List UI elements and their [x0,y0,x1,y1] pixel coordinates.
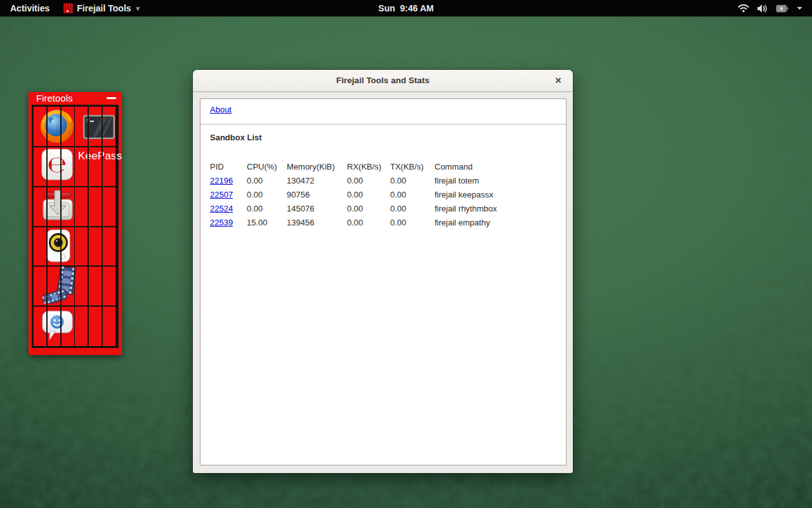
chevron-down-icon [796,6,803,11]
table-cell: 0.00 [347,201,390,215]
firefox-icon [39,109,75,144]
sandbox-row: 225070.00907560.000.00firejail keepassx [210,187,565,201]
volume-icon [757,4,768,13]
table-cell: firejail totem [435,173,565,187]
totem-icon [43,267,79,304]
pid-link[interactable]: 22539 [210,218,233,227]
firetools-title: Firetools [36,93,73,104]
rhythmbox-launcher[interactable] [44,228,73,266]
about-link[interactable]: About [210,105,232,114]
column-header: Memory(KiB) [287,159,347,173]
launcher-grid: > ℮ [32,105,119,348]
column-header: TX(KB/s) [390,159,435,173]
section-title: Sandbox List [210,133,262,142]
firetools-panel: Firetools [29,92,122,355]
table-cell: 0.00 [390,201,435,215]
table-cell: firejail rhythmbox [435,201,565,215]
close-button[interactable]: × [550,70,566,91]
pid-link[interactable]: 22524 [210,204,233,213]
column-header: RX(KB/s) [347,159,390,173]
table-cell: 139456 [287,215,347,229]
system-status-area[interactable] [738,0,803,17]
pid-cell: 22507 [210,187,247,201]
column-header: Command [435,159,565,173]
table-cell: firejail empathy [435,215,565,229]
table-cell: 0.00 [390,187,435,201]
keepassx-launcher[interactable]: ℮ [41,149,73,183]
sandbox-row: 225240.001450760.000.00firejail rhythmbo… [210,201,565,215]
firefox-launcher[interactable] [39,109,75,147]
empathy-launcher[interactable] [41,310,74,344]
transmission-launcher[interactable] [41,189,75,225]
top-bar: Activities Firejail Tools ▾ Sun 9:46 AM [0,0,812,17]
table-cell: 0.00 [390,215,435,229]
totem-launcher[interactable] [43,267,79,306]
pid-link[interactable]: 22507 [210,190,233,199]
table-cell: 0.00 [247,187,287,201]
rhythmbox-icon [44,228,73,264]
table-cell: 0.00 [347,187,390,201]
table-header-row: PIDCPU(%)Memory(KiB)RX(KB/s)TX(KB/s)Comm… [210,159,565,173]
terminal-icon: > [82,114,115,140]
column-header: PID [210,159,247,173]
sandbox-table: PIDCPU(%)Memory(KiB)RX(KB/s)TX(KB/s)Comm… [210,159,565,229]
table-cell: 145076 [287,201,347,215]
window-title: Firejail Tools and Stats [193,70,573,91]
pid-cell: 22196 [210,173,247,187]
svg-text:℮: ℮ [48,151,67,177]
table-cell: firejail keepassx [435,187,565,201]
window-titlebar[interactable]: Firejail Tools and Stats × [193,70,573,92]
terminal-launcher[interactable]: > [82,114,115,142]
keepassx-icon: ℮ [41,149,73,180]
battery-charging-icon [776,4,789,13]
separator [200,124,566,124]
transmission-icon [41,189,75,222]
pid-cell: 22524 [210,201,247,215]
column-header: CPU(%) [247,159,287,173]
sandbox-row: 2253915.001394560.000.00firejail empathy [210,215,565,229]
table-cell: 0.00 [347,173,390,187]
table-cell: 0.00 [347,215,390,229]
pid-cell: 22539 [210,215,247,229]
sandbox-row: 221960.001304720.000.00firejail totem [210,173,565,187]
empathy-icon [41,310,74,342]
clock[interactable]: Sun 9:46 AM [0,3,812,13]
pid-link[interactable]: 22196 [210,176,233,185]
window-content: About Sandbox List PIDCPU(%)Memory(KiB)R… [200,98,566,465]
table-cell: 90756 [287,187,347,201]
minimize-icon[interactable] [107,97,116,99]
table-cell: 15.00 [247,215,287,229]
firejail-stats-window: Firejail Tools and Stats × About Sandbox… [193,70,573,473]
wifi-icon [738,4,749,13]
firetools-titlebar[interactable]: Firetools [29,92,122,105]
table-cell: 0.00 [390,173,435,187]
table-cell: 0.00 [247,173,287,187]
svg-text:>: > [86,117,89,123]
table-cell: 0.00 [247,201,287,215]
table-cell: 130472 [287,173,347,187]
table-body: 221960.001304720.000.00firejail totem225… [210,173,565,229]
keepass-label: KeePass [78,150,122,163]
